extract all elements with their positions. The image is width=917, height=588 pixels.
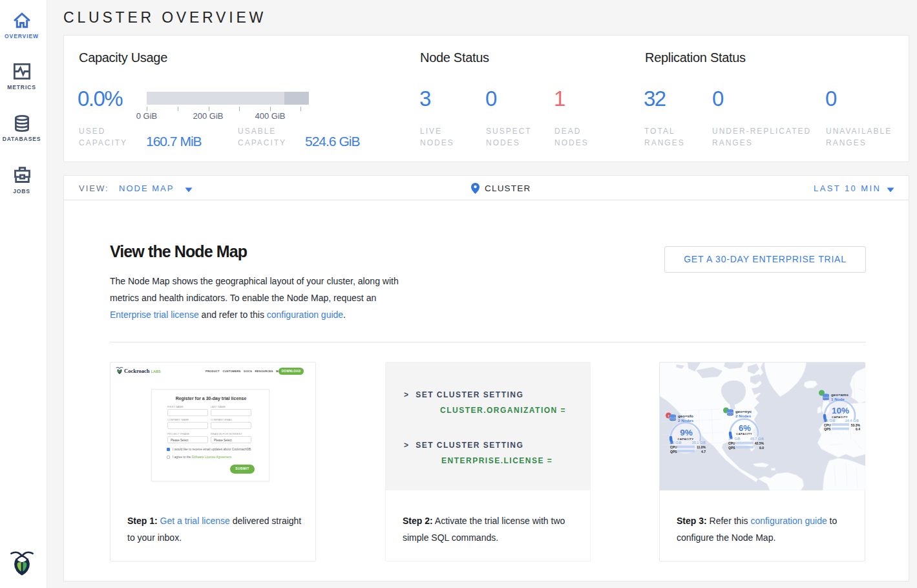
- svg-text:45.7 GiB: 45.7 GiB: [750, 437, 764, 441]
- svg-text:CPU: CPU: [670, 445, 677, 449]
- svg-text:CPU: CPU: [728, 441, 735, 445]
- svg-text:geo=nyc: geo=nyc: [735, 409, 752, 414]
- svg-text:6%: 6%: [739, 423, 751, 433]
- svg-text:3.2 GiB: 3.2 GiB: [669, 441, 682, 445]
- svg-text:3.7 GiB: 3.7 GiB: [728, 437, 741, 441]
- svg-text:geo=sfo: geo=sfo: [678, 414, 693, 418]
- svg-text:geo=ams: geo=ams: [831, 392, 849, 397]
- svg-text:0.4: 0.4: [856, 427, 860, 431]
- svg-text:3.6 GiB: 3.6 GiB: [823, 419, 836, 423]
- svg-text:53.3%: 53.3%: [851, 423, 861, 427]
- svg-text:QPS: QPS: [824, 427, 831, 431]
- svg-text:34.4 GiB: 34.4 GiB: [845, 419, 859, 423]
- svg-text:0.0: 0.0: [759, 446, 764, 450]
- svg-text:9%: 9%: [680, 428, 693, 437]
- svg-text:35.1 GiB: 35.1 GiB: [692, 441, 706, 445]
- svg-text:QPS: QPS: [670, 450, 677, 454]
- svg-text:4.7: 4.7: [701, 450, 706, 454]
- svg-text:!: !: [668, 414, 669, 418]
- svg-text:CAPACITY: CAPACITY: [736, 432, 752, 436]
- svg-text:11.0%: 11.0%: [697, 445, 706, 449]
- svg-text:QPS: QPS: [728, 446, 735, 450]
- svg-text:CPU: CPU: [824, 423, 831, 427]
- svg-text:10%: 10%: [832, 406, 849, 415]
- svg-text:2 Nodes: 2 Nodes: [735, 414, 752, 418]
- svg-text:2 Nodes: 2 Nodes: [678, 418, 694, 423]
- svg-text:1 Node: 1 Node: [831, 397, 845, 401]
- svg-text:42.5%: 42.5%: [755, 441, 764, 445]
